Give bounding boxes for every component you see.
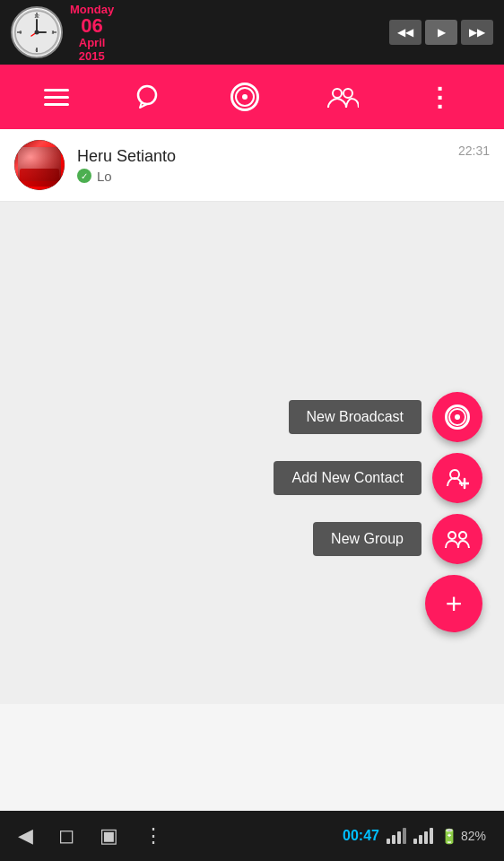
new-group-fab-item: New Group: [313, 514, 482, 564]
svg-point-13: [138, 86, 156, 104]
nav-bar: ⋮: [0, 65, 504, 129]
add-contact-button[interactable]: [432, 453, 482, 503]
status-message: Lo: [97, 169, 112, 184]
signal-bar-6: [419, 835, 422, 844]
new-broadcast-fab-item: New Broadcast: [289, 392, 483, 442]
more-options-button[interactable]: ⋮: [421, 77, 460, 117]
hamburger-line-2: [44, 96, 69, 99]
main-fab-button[interactable]: +: [425, 575, 482, 632]
svg-point-8: [35, 30, 39, 35]
date-num: 06: [81, 16, 102, 36]
battery-icon: 🔋: [440, 828, 458, 845]
options-button[interactable]: ⋮: [143, 824, 163, 848]
bottom-bar: ◀ ◻ ▣ ⋮ 00:47 🔋 82%: [0, 811, 504, 861]
fast-forward-button[interactable]: ▶▶: [461, 20, 493, 45]
signal-bar-8: [430, 828, 433, 844]
svg-point-19: [448, 532, 456, 539]
signal-bar-1: [387, 839, 390, 844]
svg-point-14: [333, 89, 342, 98]
svg-text:6: 6: [36, 48, 39, 53]
signal-bar-2: [392, 835, 395, 844]
broadcast-icon: [230, 83, 259, 111]
avatar: [14, 140, 65, 190]
fab-container: New Broadcast Add New Contact New Group: [274, 392, 482, 632]
date-month-year: April 2015: [79, 36, 106, 63]
add-new-contact-label[interactable]: Add New Contact: [274, 461, 421, 495]
svg-text:9: 9: [20, 30, 22, 35]
signal-bar-3: [397, 831, 401, 844]
svg-text:12: 12: [34, 13, 39, 19]
add-contact-fab-item: Add New Contact: [274, 453, 482, 503]
clock-widget: 12 3 6 9: [11, 6, 63, 58]
hamburger-line-3: [44, 103, 69, 106]
plus-icon: +: [446, 587, 463, 621]
new-group-icon: [445, 528, 470, 550]
avatar-image: [14, 140, 65, 190]
menu-button[interactable]: [44, 89, 69, 106]
new-group-button[interactable]: [432, 514, 482, 564]
check-icon: ✓: [81, 171, 88, 181]
message-time: 22:31: [458, 144, 490, 158]
contacts-tab[interactable]: [323, 77, 362, 117]
chat-area: New Broadcast Add New Contact New Group: [0, 202, 504, 704]
svg-point-15: [343, 89, 352, 98]
online-status-indicator: ✓: [77, 169, 91, 183]
clock-face: 12 3 6 9: [13, 9, 60, 56]
system-time: 00:47: [343, 828, 379, 844]
status-left: 12 3 6 9 Monday 06 April 2015: [11, 3, 114, 63]
hamburger-line-1: [44, 89, 69, 91]
bottom-nav-icons: ◀ ◻ ▣ ⋮: [18, 824, 163, 848]
broadcast-fab-icon: [445, 404, 470, 430]
signal-bar-7: [424, 831, 428, 844]
date-info: Monday 06 April 2015: [70, 3, 114, 63]
contact-details: Heru Setianto ✓ Lo: [77, 147, 458, 184]
broadcast-tab[interactable]: [225, 77, 265, 117]
signal-bars-2: [413, 828, 433, 844]
recents-button[interactable]: ▣: [100, 824, 118, 848]
contact-name: Heru Setianto: [77, 147, 458, 166]
svg-text:3: 3: [52, 30, 55, 35]
bottom-status: 00:47 🔋 82%: [343, 828, 486, 845]
new-broadcast-label[interactable]: New Broadcast: [289, 400, 422, 434]
contact-list-item[interactable]: Heru Setianto ✓ Lo 22:31: [0, 129, 504, 202]
signal-bar-5: [413, 839, 417, 844]
play-button[interactable]: ▶: [425, 20, 457, 45]
signal-bar-4: [403, 828, 406, 844]
svg-point-20: [459, 532, 466, 539]
status-bar: 12 3 6 9 Monday 06 April 2015 ◀◀ ▶ ▶▶: [0, 0, 504, 65]
contact-status-row: ✓ Lo: [77, 169, 458, 184]
battery-info: 🔋 82%: [440, 828, 486, 845]
new-group-label[interactable]: New Group: [313, 522, 421, 556]
new-broadcast-button[interactable]: [432, 392, 482, 442]
signal-bars-1: [387, 828, 406, 844]
battery-percentage: 82%: [461, 829, 486, 843]
chats-tab[interactable]: [127, 77, 167, 117]
rewind-button[interactable]: ◀◀: [389, 20, 421, 45]
media-controls: ◀◀ ▶ ▶▶: [389, 20, 493, 45]
add-contact-icon: [446, 466, 469, 490]
home-button[interactable]: ◻: [58, 824, 74, 848]
back-button[interactable]: ◀: [18, 824, 33, 848]
